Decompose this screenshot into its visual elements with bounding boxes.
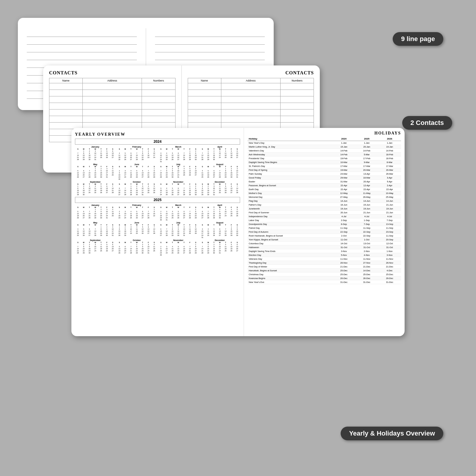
holiday-row: Christmas Day 25-Dec 25-Dec 25-Dec <box>248 273 401 276</box>
holiday-2026: 21-Jun <box>378 211 401 214</box>
holiday-2025: 17-Feb <box>355 156 378 160</box>
contact-row <box>188 96 314 103</box>
line-r3 <box>155 45 265 52</box>
holiday-2026: 3-Apr <box>378 176 401 180</box>
contact-addr <box>221 96 280 103</box>
mini-cal-month-name: October <box>117 181 157 183</box>
holiday-row: Yom Kippur, Begins at Sunset 11-Oct 1-Oc… <box>248 238 401 242</box>
holiday-name: Grandparents Day <box>248 222 332 226</box>
holiday-2024: 19-Jun <box>332 207 355 211</box>
holiday-name: First Day of Summer <box>248 211 332 214</box>
contact-name <box>49 116 83 123</box>
holiday-2026: 2-Apr <box>378 184 401 187</box>
yearly-inner: YEARLY OVERVIEW 2024 JanuarySMTWTFS12345… <box>71 128 405 336</box>
holiday-row: Halloween 31-Oct 31-Oct 31-Oct <box>248 245 401 249</box>
holiday-name: Valentine's Day <box>248 149 332 153</box>
mini-calendar: JulySMTWTFS12345678910111213141516171819… <box>158 222 199 238</box>
holiday-row: Veterans Day 11-Nov 11-Nov 11-Nov <box>248 257 401 261</box>
contact-num <box>280 83 314 90</box>
contact-name <box>49 83 83 90</box>
mini-cal-month-name: June <box>117 222 157 224</box>
holiday-name: Thanksgiving Day <box>248 261 332 265</box>
holiday-2024: 20-Jun <box>332 211 355 214</box>
holiday-name: Hanukkah, Begins at Sunset <box>248 269 332 273</box>
mini-cal-month-name: October <box>117 239 157 241</box>
contact-name <box>49 109 83 116</box>
col-num-l: Numbers <box>142 78 175 83</box>
holiday-2025: 15-Jun <box>355 203 378 207</box>
contact-addr <box>83 83 142 90</box>
contact-row <box>49 90 176 96</box>
yearly-overview-title: YEARLY OVERVIEW <box>75 132 240 137</box>
holiday-name: First Day of Autumn <box>248 230 332 234</box>
holiday-2025: 13-Oct <box>355 242 378 245</box>
contact-num <box>280 109 314 116</box>
contact-addr <box>83 90 142 96</box>
holiday-2024: 15-Jan <box>332 145 355 149</box>
holiday-2025: 22-Sep <box>355 234 378 238</box>
mini-calendar: NovemberSMTWTFS1234567891011121314151617… <box>158 181 199 195</box>
mini-calendar: OctoberSMTWTFS12345678910111213141516171… <box>117 239 157 256</box>
holiday-2025: 1-Oct <box>355 238 378 242</box>
holiday-name: Daylight Saving Time Begins <box>248 160 332 164</box>
mini-calendar: AprilSMTWTFS1234567891011121314151617181… <box>200 146 240 162</box>
holiday-2024: 12-May <box>332 191 355 195</box>
holiday-2026: 25-Dec <box>378 273 401 276</box>
contact-addr <box>221 103 280 109</box>
holiday-2024: 14-Oct <box>332 242 355 245</box>
line-r4 <box>155 53 265 60</box>
mini-cal-month-name: August <box>200 163 240 165</box>
holiday-row: Rosh Hashanah, Begins at Sunset 2-Oct 22… <box>248 234 401 238</box>
holiday-2025: 4-Nov <box>355 253 378 257</box>
holiday-2025: 17-Mar <box>355 164 378 168</box>
holiday-row: Independence Day 4-Jul 4-Jul 4-Jul <box>248 214 401 218</box>
holiday-name: Veterans Day <box>248 257 332 261</box>
mini-cal-month-name: December <box>200 239 240 241</box>
holiday-2026: 23-Sep <box>378 230 401 234</box>
line-1 <box>27 30 137 37</box>
holiday-2025: 22-Sep <box>355 230 378 234</box>
holiday-row: First Day of Spring 19-Mar 20-Mar 20-Mar <box>248 168 401 172</box>
holiday-2025: 20-Mar <box>355 168 378 172</box>
mini-cal-month-name: March <box>158 146 199 148</box>
holiday-row: Election Day 5-Nov 4-Nov 3-Nov <box>248 253 401 257</box>
holiday-name: Election Day <box>248 253 332 257</box>
holiday-2026: 8-Mar <box>378 160 401 164</box>
holiday-name: Good Friday <box>248 176 332 180</box>
holiday-2026: 1-Nov <box>378 249 401 253</box>
yearly-right-panel: HOLIDAYS Holiday 2024 2025 2026 New Year… <box>244 128 405 336</box>
badge-yearly: Yearly & Holidays Overview <box>341 427 443 440</box>
holiday-2024: 22-Sep <box>332 230 355 234</box>
holiday-2026: 18-Feb <box>378 153 401 156</box>
contacts-title-right: CONTACTS <box>188 70 314 76</box>
mini-cal-month-name: September <box>75 181 116 183</box>
mini-cal-month-name: April <box>200 204 240 206</box>
col-name-l: Name <box>49 78 83 83</box>
mini-calendar: SeptemberSMTWTFS123456789101112131415161… <box>75 181 116 195</box>
contact-num <box>142 116 175 123</box>
holiday-2026: 1-Jan <box>378 141 401 145</box>
badge-contacts: 2 Contacts <box>402 116 452 130</box>
contact-num <box>280 116 314 123</box>
holiday-row: Father's Day 16-Jun 15-Jun 21-Jun <box>248 203 401 207</box>
holiday-2024: 31-Dec <box>332 280 355 284</box>
holiday-2026: 16-Feb <box>378 156 401 160</box>
holiday-row: First Day of Autumn 22-Sep 22-Sep 23-Sep <box>248 230 401 234</box>
holiday-2024: 14-Feb <box>332 149 355 153</box>
mini-cal-month-name: February <box>117 146 157 148</box>
holiday-row: Martin Luther King, Jr. Day 15-Jan 20-Ja… <box>248 145 401 149</box>
holiday-row: Labor Day 2-Sep 1-Sep 7-Sep <box>248 218 401 222</box>
contact-addr <box>83 116 142 123</box>
holiday-2025: 4-Jul <box>355 214 378 218</box>
holiday-2024: 2-Sep <box>332 218 355 222</box>
col-addr-r: Address <box>221 78 280 83</box>
holiday-row: St. Patrick's Day 17-Mar 17-Mar 17-Mar <box>248 164 401 168</box>
holiday-2026: 20-Sep <box>378 238 401 242</box>
holiday-name: Memorial Day <box>248 195 332 199</box>
year-2024-label: 2024 <box>75 139 240 145</box>
holiday-2026: 26-Dec <box>378 276 401 280</box>
holiday-name: Columbus Day <box>248 242 332 245</box>
line-r2 <box>155 37 265 45</box>
mini-cal-month-name: May <box>75 222 116 224</box>
holiday-2025: 31-Dec <box>355 280 378 284</box>
